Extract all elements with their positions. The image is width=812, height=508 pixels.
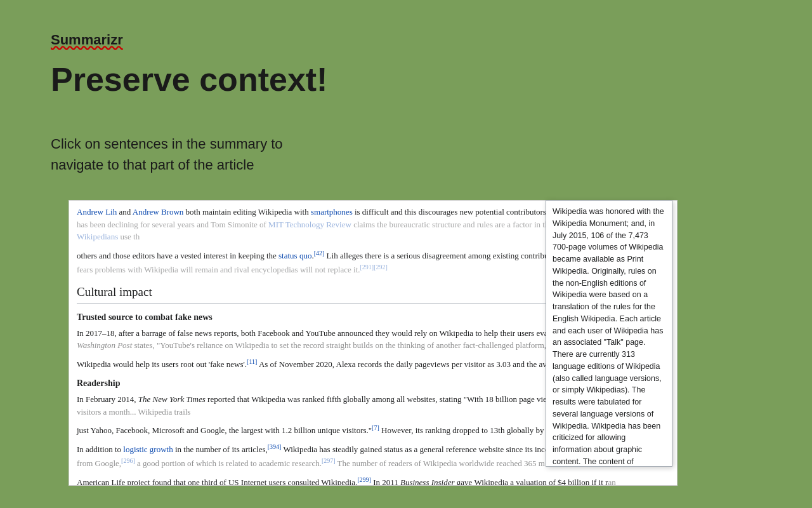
tooltip-text: Wikipedia was honored with the Wikipedia…: [553, 206, 665, 467]
page-subheading: Click on sentences in the summary to nav…: [51, 133, 283, 175]
smartphones-link[interactable]: smartphones: [311, 207, 353, 217]
andrew-brown-link[interactable]: Andrew Brown: [133, 207, 184, 217]
app-logo[interactable]: Summarizr: [51, 32, 123, 48]
logistic-growth-link[interactable]: logistic growth: [123, 445, 173, 455]
andrew-lih-link[interactable]: Andrew Lih: [77, 207, 117, 217]
status-quo-link[interactable]: status quo: [278, 251, 311, 260]
readership-text4: American Life project found that one thi…: [77, 475, 669, 486]
tooltip-panel: Wikipedia was honored with the Wikipedia…: [546, 200, 672, 467]
page-heading: Preserve context!: [51, 60, 327, 98]
